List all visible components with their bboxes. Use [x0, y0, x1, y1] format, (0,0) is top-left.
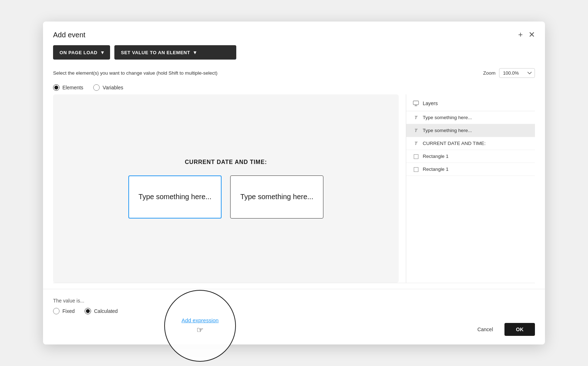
- layers-panel: Layers T Type something here... T Type s…: [406, 94, 535, 283]
- element-type-radio-group: Elements Variables: [43, 81, 545, 94]
- monitor-icon: [413, 100, 419, 107]
- layers-title: Layers: [423, 100, 438, 106]
- layer-name-3: Rectangle 1: [423, 154, 449, 159]
- elements-radio-label[interactable]: Elements: [53, 84, 83, 91]
- variables-label: Variables: [103, 85, 123, 90]
- plus-icon: +: [518, 30, 523, 39]
- bottom-section: The value is... Fixed Calculated Add exp…: [43, 289, 545, 314]
- rect-type-icon-3: [413, 154, 419, 159]
- text-type-icon-1: T: [413, 128, 419, 133]
- canvas-elements-row: Type something here... Type something he…: [128, 175, 323, 219]
- variables-radio-label[interactable]: Variables: [93, 84, 123, 91]
- add-icon-button[interactable]: +: [518, 30, 523, 39]
- cursor-icon: ☞: [196, 325, 204, 335]
- add-expression-spotlight: Add expression ☞: [164, 290, 236, 362]
- calculated-label: Calculated: [94, 308, 118, 314]
- instruction-row: Select the element(s) you want to change…: [43, 65, 545, 81]
- calculated-radio-label[interactable]: Calculated: [85, 308, 118, 314]
- zoom-row: Zoom 50.0% 75.0% 100.0% 125.0% 150.0%: [483, 68, 535, 78]
- canvas-element-2[interactable]: Type something here...: [230, 175, 323, 219]
- layer-name-2: CURRENT DATE AND TIME:: [423, 141, 486, 146]
- layer-item-1[interactable]: T Type something here...: [406, 124, 535, 137]
- layer-name-0: Type something here...: [423, 115, 472, 120]
- dropdowns-row: ON PAGE LOAD ▾ SET VALUE TO AN ELEMENT ▾: [43, 45, 545, 65]
- variables-radio[interactable]: [93, 84, 100, 91]
- fixed-radio[interactable]: [53, 308, 60, 314]
- canvas-heading: CURRENT DATE AND TIME:: [185, 159, 267, 165]
- elements-radio[interactable]: [53, 84, 60, 91]
- trigger-label: ON PAGE LOAD: [60, 50, 98, 55]
- instruction-text: Select the element(s) you want to change…: [53, 70, 218, 76]
- dialog-footer: Cancel OK: [43, 314, 545, 344]
- value-label: The value is...: [53, 298, 535, 304]
- layer-name-1: Type something here...: [423, 128, 472, 133]
- add-expression-button[interactable]: Add expression: [181, 317, 218, 323]
- add-event-dialog: Add event + ✕ ON PAGE LOAD ▾ SET VALUE T…: [43, 22, 545, 344]
- layer-item-3[interactable]: Rectangle 1: [406, 150, 535, 163]
- text-type-icon-0: T: [413, 115, 419, 120]
- svg-rect-0: [413, 101, 419, 105]
- trigger-dropdown[interactable]: ON PAGE LOAD ▾: [53, 45, 110, 60]
- value-radio-row: Fixed Calculated Add expression ☞: [53, 308, 535, 314]
- layer-item-2[interactable]: T CURRENT DATE AND TIME:: [406, 137, 535, 150]
- close-icon: ✕: [528, 30, 535, 39]
- action-chevron-icon: ▾: [194, 50, 196, 55]
- canvas-area: CURRENT DATE AND TIME: Type something he…: [53, 94, 399, 283]
- rect-type-icon-4: [413, 166, 419, 172]
- cancel-button[interactable]: Cancel: [471, 324, 499, 335]
- layer-item-4[interactable]: Rectangle 1: [406, 163, 535, 176]
- trigger-chevron-icon: ▾: [101, 50, 104, 55]
- action-label: SET VALUE TO AN ELEMENT: [121, 50, 190, 55]
- layers-header: Layers: [406, 94, 535, 111]
- dialog-title: Add event: [53, 31, 85, 39]
- main-content: CURRENT DATE AND TIME: Type something he…: [43, 94, 545, 283]
- text-type-icon-2: T: [413, 141, 419, 146]
- close-button[interactable]: ✕: [528, 30, 535, 39]
- fixed-radio-label[interactable]: Fixed: [53, 308, 75, 314]
- canvas-element-1[interactable]: Type something here...: [128, 175, 222, 219]
- layer-item-0[interactable]: T Type something here...: [406, 111, 535, 124]
- action-dropdown[interactable]: SET VALUE TO AN ELEMENT ▾: [114, 45, 236, 60]
- zoom-label: Zoom: [483, 70, 495, 76]
- layer-name-4: Rectangle 1: [423, 166, 449, 172]
- calculated-radio[interactable]: [85, 308, 91, 314]
- zoom-select[interactable]: 50.0% 75.0% 100.0% 125.0% 150.0%: [499, 68, 535, 78]
- separator: [53, 283, 535, 283]
- elements-label: Elements: [62, 85, 83, 90]
- ok-button[interactable]: OK: [504, 323, 535, 336]
- fixed-label: Fixed: [62, 308, 75, 314]
- dialog-header: Add event + ✕: [43, 22, 545, 45]
